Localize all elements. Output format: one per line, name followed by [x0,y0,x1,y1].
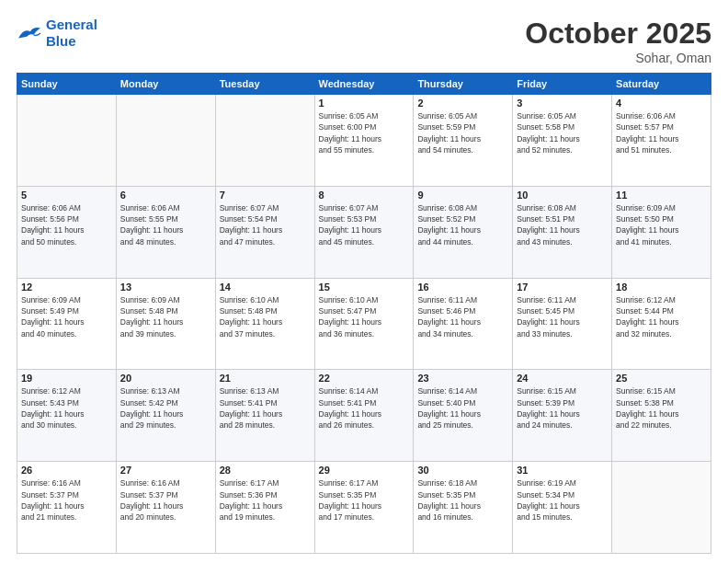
day-info: Sunrise: 6:08 AMSunset: 5:51 PMDaylight:… [517,202,608,247]
day-info: Sunrise: 6:05 AMSunset: 5:58 PMDaylight:… [517,110,608,155]
day-cell-5: 5Sunrise: 6:06 AMSunset: 5:56 PMDaylight… [17,186,117,278]
day-info: Sunrise: 6:17 AMSunset: 5:36 PMDaylight:… [220,477,311,523]
day-number: 14 [220,282,311,293]
day-info: Sunrise: 6:17 AMSunset: 5:35 PMDaylight:… [319,477,410,523]
day-number: 7 [220,190,311,201]
logo: General Blue [17,17,97,50]
day-cell-2: 2Sunrise: 6:05 AMSunset: 5:59 PMDaylight… [414,95,513,187]
calendar-week-row: 12Sunrise: 6:09 AMSunset: 5:49 PMDayligh… [17,278,711,370]
day-number: 13 [120,282,211,293]
day-number: 25 [616,373,707,384]
day-info: Sunrise: 6:06 AMSunset: 5:55 PMDaylight:… [120,202,211,247]
day-info: Sunrise: 6:13 AMSunset: 5:41 PMDaylight:… [220,385,311,431]
day-info: Sunrise: 6:09 AMSunset: 5:50 PMDaylight:… [616,202,707,247]
day-info: Sunrise: 6:09 AMSunset: 5:48 PMDaylight:… [120,294,211,339]
day-info: Sunrise: 6:15 AMSunset: 5:38 PMDaylight:… [616,385,707,431]
day-number: 29 [319,465,410,476]
calendar-week-row: 5Sunrise: 6:06 AMSunset: 5:56 PMDaylight… [17,186,711,278]
day-cell-29: 29Sunrise: 6:17 AMSunset: 5:35 PMDayligh… [314,462,414,554]
day-number: 21 [220,373,311,384]
day-cell-12: 12Sunrise: 6:09 AMSunset: 5:49 PMDayligh… [17,278,117,370]
day-info: Sunrise: 6:13 AMSunset: 5:42 PMDaylight:… [120,385,211,431]
day-cell-1: 1Sunrise: 6:05 AMSunset: 6:00 PMDaylight… [314,95,414,187]
day-info: Sunrise: 6:06 AMSunset: 5:56 PMDaylight:… [21,202,112,247]
day-info: Sunrise: 6:08 AMSunset: 5:52 PMDaylight:… [417,202,508,247]
day-info: Sunrise: 6:10 AMSunset: 5:48 PMDaylight:… [220,294,311,339]
weekday-header-thursday: Thursday [414,74,513,95]
day-cell-30: 30Sunrise: 6:18 AMSunset: 5:35 PMDayligh… [414,462,513,554]
weekday-header-sunday: Sunday [17,74,117,95]
weekday-header-tuesday: Tuesday [215,74,314,95]
weekday-header-row: SundayMondayTuesdayWednesdayThursdayFrid… [17,74,711,95]
day-info: Sunrise: 6:10 AMSunset: 5:47 PMDaylight:… [319,294,410,339]
weekday-header-friday: Friday [513,74,612,95]
logo-blue: Blue [46,33,97,50]
day-info: Sunrise: 6:06 AMSunset: 5:57 PMDaylight:… [616,110,707,155]
calendar-week-row: 19Sunrise: 6:12 AMSunset: 5:43 PMDayligh… [17,370,711,462]
day-info: Sunrise: 6:16 AMSunset: 5:37 PMDaylight:… [120,477,211,523]
logo-text: General Blue [46,17,97,50]
day-number: 9 [417,190,508,201]
day-number: 1 [319,98,410,109]
day-cell-11: 11Sunrise: 6:09 AMSunset: 5:50 PMDayligh… [612,186,711,278]
day-cell-19: 19Sunrise: 6:12 AMSunset: 5:43 PMDayligh… [17,370,117,462]
day-info: Sunrise: 6:12 AMSunset: 5:44 PMDaylight:… [616,294,707,339]
day-number: 26 [21,465,112,476]
weekday-header-wednesday: Wednesday [314,74,414,95]
day-number: 24 [517,373,608,384]
day-number: 22 [319,373,410,384]
day-cell-6: 6Sunrise: 6:06 AMSunset: 5:55 PMDaylight… [116,186,215,278]
day-cell-3: 3Sunrise: 6:05 AMSunset: 5:58 PMDaylight… [513,95,612,187]
day-cell-23: 23Sunrise: 6:14 AMSunset: 5:40 PMDayligh… [414,370,513,462]
day-number: 19 [21,373,112,384]
day-cell-9: 9Sunrise: 6:08 AMSunset: 5:52 PMDaylight… [414,186,513,278]
day-info: Sunrise: 6:07 AMSunset: 5:54 PMDaylight:… [220,202,311,247]
day-cell-17: 17Sunrise: 6:11 AMSunset: 5:45 PMDayligh… [513,278,612,370]
day-cell-14: 14Sunrise: 6:10 AMSunset: 5:48 PMDayligh… [215,278,314,370]
logo-general: General [46,17,97,32]
day-info: Sunrise: 6:11 AMSunset: 5:46 PMDaylight:… [417,294,508,339]
page: General Blue October 2025 Sohar, Oman Su… [0,0,728,563]
day-info: Sunrise: 6:14 AMSunset: 5:40 PMDaylight:… [417,385,508,431]
day-info: Sunrise: 6:15 AMSunset: 5:39 PMDaylight:… [517,385,608,431]
day-info: Sunrise: 6:19 AMSunset: 5:34 PMDaylight:… [517,477,608,523]
day-cell-28: 28Sunrise: 6:17 AMSunset: 5:36 PMDayligh… [215,462,314,554]
calendar-week-row: 1Sunrise: 6:05 AMSunset: 6:00 PMDaylight… [17,95,711,187]
day-cell-10: 10Sunrise: 6:08 AMSunset: 5:51 PMDayligh… [513,186,612,278]
day-info: Sunrise: 6:05 AMSunset: 6:00 PMDaylight:… [319,110,410,155]
day-cell-18: 18Sunrise: 6:12 AMSunset: 5:44 PMDayligh… [612,278,711,370]
day-number: 27 [120,465,211,476]
day-number: 31 [517,465,608,476]
weekday-header-saturday: Saturday [612,74,711,95]
day-info: Sunrise: 6:07 AMSunset: 5:53 PMDaylight:… [319,202,410,247]
location: Sohar, Oman [525,51,711,65]
day-cell-27: 27Sunrise: 6:16 AMSunset: 5:37 PMDayligh… [116,462,215,554]
day-number: 12 [21,282,112,293]
day-number: 23 [417,373,508,384]
day-cell-empty [116,95,215,187]
weekday-header-monday: Monday [116,74,215,95]
day-number: 28 [220,465,311,476]
day-number: 20 [120,373,211,384]
day-cell-8: 8Sunrise: 6:07 AMSunset: 5:53 PMDaylight… [314,186,414,278]
day-info: Sunrise: 6:16 AMSunset: 5:37 PMDaylight:… [21,477,112,523]
day-cell-15: 15Sunrise: 6:10 AMSunset: 5:47 PMDayligh… [314,278,414,370]
month-title: October 2025 [525,17,711,51]
day-number: 3 [517,98,608,109]
day-cell-empty [215,95,314,187]
day-number: 8 [319,190,410,201]
day-cell-16: 16Sunrise: 6:11 AMSunset: 5:46 PMDayligh… [414,278,513,370]
day-cell-empty [612,462,711,554]
day-cell-4: 4Sunrise: 6:06 AMSunset: 5:57 PMDaylight… [612,95,711,187]
calendar: SundayMondayTuesdayWednesdayThursdayFrid… [17,73,711,554]
day-info: Sunrise: 6:11 AMSunset: 5:45 PMDaylight:… [517,294,608,339]
title-block: October 2025 Sohar, Oman [525,17,711,65]
day-number: 15 [319,282,410,293]
day-number: 11 [616,190,707,201]
day-number: 5 [21,190,112,201]
day-number: 16 [417,282,508,293]
day-cell-26: 26Sunrise: 6:16 AMSunset: 5:37 PMDayligh… [17,462,117,554]
day-info: Sunrise: 6:05 AMSunset: 5:59 PMDaylight:… [417,110,508,155]
day-info: Sunrise: 6:09 AMSunset: 5:49 PMDaylight:… [21,294,112,339]
day-number: 6 [120,190,211,201]
